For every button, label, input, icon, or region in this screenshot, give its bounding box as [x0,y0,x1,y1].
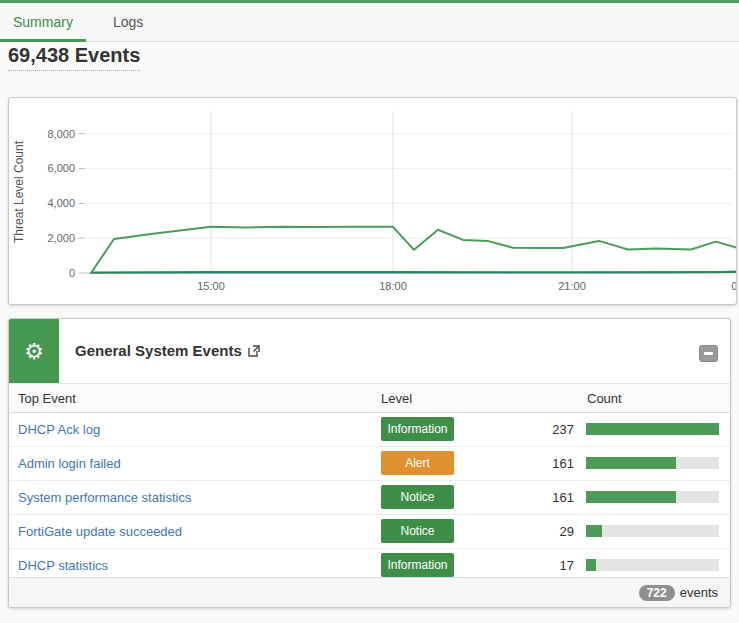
event-link[interactable]: Admin login failed [18,456,121,471]
svg-text:15:00: 15:00 [197,280,225,292]
event-link[interactable]: System performance statistics [18,490,191,505]
external-link-icon [248,345,260,357]
count-bar [586,525,719,537]
threat-level-chart: 02,0004,0006,0008,00015:0018:0021:0000:0… [9,98,736,304]
svg-text:6,000: 6,000 [47,162,75,174]
svg-text:4,000: 4,000 [47,197,75,209]
table-row: FortiGate update succeededNotice29 [9,515,730,549]
general-system-events-panel: ⚙ General System Events Top Event Level … [8,318,731,608]
table-row: Admin login failedAlert161 [9,447,730,481]
level-badge: Notice [381,485,454,509]
panel-gear-button[interactable]: ⚙ [9,319,59,383]
count-bar-fill [586,491,676,503]
column-header-top-event: Top Event [18,391,76,406]
svg-text:18:00: 18:00 [379,280,407,292]
collapse-panel-button[interactable] [699,345,718,362]
table-row: System performance statisticsNotice161 [9,481,730,515]
panel-title: General System Events [75,342,242,359]
count-bar [586,491,719,503]
count-bar-fill [586,457,676,469]
event-link[interactable]: FortiGate update succeeded [18,524,182,539]
panel-title-wrap[interactable]: General System Events [75,342,260,359]
count-bar-fill [586,423,719,435]
svg-text:21:00: 21:00 [558,280,586,292]
gear-icon: ⚙ [24,339,44,364]
count-value: 161 [504,490,574,505]
svg-text:Threat Level Count: Threat Level Count [12,140,26,243]
level-badge: Alert [381,451,454,475]
tab-summary-label: Summary [13,14,73,30]
column-header-count: Count [587,391,622,406]
svg-text:0: 0 [69,267,75,279]
svg-text:8,000: 8,000 [47,128,75,140]
tab-bar: Summary Logs [0,3,739,42]
count-value: 17 [504,558,574,573]
tab-logs-label: Logs [113,14,143,30]
count-bar-fill [586,525,602,537]
level-badge: Notice [381,519,454,543]
events-total-heading[interactable]: 69,438 Events [8,44,140,71]
table-row: DHCP Ack logInformation237 [9,413,730,447]
count-value: 29 [504,524,574,539]
svg-text:2,000: 2,000 [47,232,75,244]
panel-header: ⚙ General System Events [9,319,730,383]
table-body: DHCP Ack logInformation237Admin login fa… [9,413,730,583]
level-badge: Information [381,417,454,441]
minus-icon [704,352,713,355]
column-header-level: Level [381,391,412,406]
app-root: Summary Logs 69,438 Events 02,0004,0006,… [0,0,739,623]
table-header-row: Top Event Level Count [9,383,730,413]
total-events-label: events [680,585,718,600]
count-bar [586,457,719,469]
panel-footer: 722 events [9,577,730,607]
total-events-badge: 722 [639,585,675,601]
count-value: 161 [504,456,574,471]
event-link[interactable]: DHCP statistics [18,558,108,573]
event-link[interactable]: DHCP Ack log [18,422,100,437]
tab-summary[interactable]: Summary [0,3,86,41]
count-value: 237 [504,422,574,437]
count-bar [586,559,719,571]
svg-text:00:00: 00:00 [731,280,736,292]
threat-level-chart-card: 02,0004,0006,0008,00015:0018:0021:0000:0… [8,97,737,305]
count-bar-fill [586,559,596,571]
count-bar [586,423,719,435]
level-badge: Information [381,553,454,577]
tab-logs[interactable]: Logs [100,3,156,41]
